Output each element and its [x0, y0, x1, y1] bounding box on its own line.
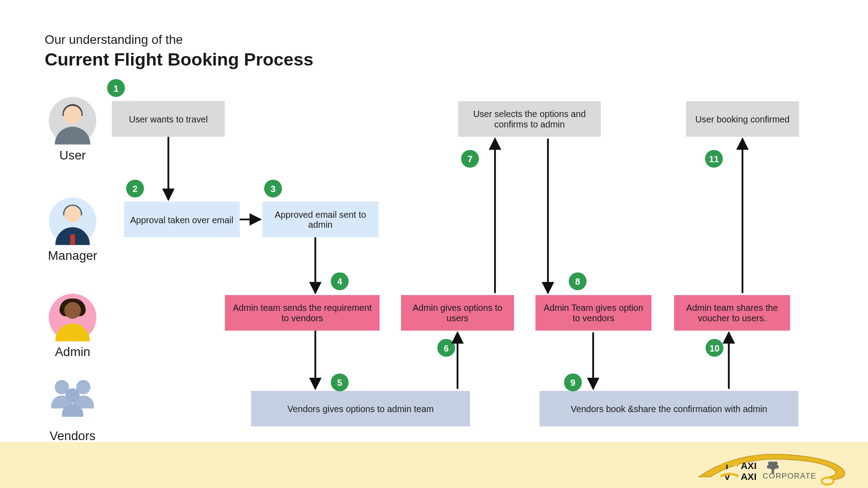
- svg-text:AXI: AXI: [741, 460, 756, 471]
- svg-point-9: [774, 461, 778, 465]
- avatar-vendors-icon: [49, 378, 96, 425]
- step-badge-2: 2: [126, 179, 144, 197]
- node-approval-email: Approval taken over email: [124, 202, 240, 237]
- lane-user: User: [46, 97, 99, 163]
- pretitle: Our understanding of the: [45, 33, 313, 47]
- svg-point-0: [821, 478, 833, 485]
- step-badge-1: 1: [107, 79, 125, 97]
- step-badge-5: 5: [331, 373, 349, 391]
- title: Current Flight Booking Process: [45, 49, 313, 70]
- step-badge-10: 10: [706, 339, 723, 357]
- svg-text:AXI: AXI: [741, 471, 756, 482]
- lane-admin-label: Admin: [46, 345, 99, 359]
- svg-rect-7: [772, 469, 774, 474]
- avatar-admin-icon: [49, 294, 96, 341]
- svg-point-11: [775, 465, 779, 469]
- node-approved-sent-admin: Approved email sent to admin: [262, 202, 378, 237]
- svg-point-8: [768, 461, 772, 465]
- lane-admin: Admin: [46, 294, 99, 359]
- node-admin-sends-vendors: Admin team sends the requirement to vend…: [225, 295, 379, 331]
- node-booking-confirmed: User booking confirmed: [686, 101, 799, 137]
- node-vendors-book-confirm: Vendors book &share the confirmation wit…: [540, 391, 798, 427]
- lane-manager: Manager: [46, 197, 99, 263]
- svg-text:CORPORATE: CORPORATE: [763, 472, 816, 480]
- lane-vendors: Vendors: [46, 378, 99, 443]
- lane-vendors-label: Vendors: [46, 429, 99, 443]
- slide-title-block: Our understanding of the Current Flight …: [45, 33, 313, 70]
- avatar-user-icon: [49, 97, 96, 145]
- node-user-selects-confirm: User selects the options and confirms to…: [458, 101, 601, 137]
- avatar-manager-icon: [49, 197, 96, 245]
- lane-manager-label: Manager: [46, 249, 99, 263]
- node-admin-options-users: Admin gives options to users: [401, 295, 514, 331]
- step-badge-9: 9: [564, 373, 582, 391]
- lane-user-label: User: [46, 148, 99, 163]
- step-badge-3: 3: [264, 179, 282, 197]
- step-badge-6: 6: [437, 339, 455, 357]
- node-admin-option-vendors: Admin Team gives option to vendors: [535, 295, 651, 331]
- step-badge-11: 11: [705, 150, 722, 168]
- step-badge-7: 7: [461, 150, 479, 168]
- node-admin-shares-voucher: Admin team shares the voucher to users.: [674, 295, 790, 331]
- svg-point-10: [767, 465, 770, 469]
- step-badge-8: 8: [569, 272, 586, 290]
- node-user-wants-travel: User wants to travel: [112, 101, 225, 137]
- step-badge-4: 4: [331, 272, 349, 290]
- brand-logo: T AXI V AXI CORPORATE: [695, 444, 850, 487]
- node-vendors-give-options: Vendors gives options to admin team: [251, 391, 470, 427]
